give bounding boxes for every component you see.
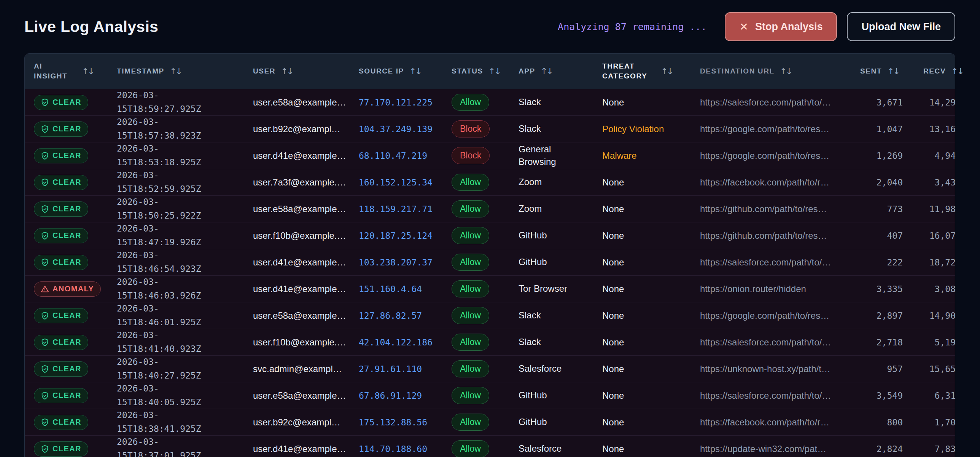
timestamp-cell: 2026-03-15T18:52:59.925Z — [112, 169, 245, 196]
stop-analysis-button[interactable]: ✕ Stop Analysis — [725, 12, 837, 41]
ai-insight-cell: CLEAR — [25, 148, 112, 163]
column-label: AI Insight — [34, 61, 76, 81]
ai-insight-badge: CLEAR — [34, 228, 88, 243]
column-header-status[interactable]: Status↑↓ — [450, 67, 510, 76]
column-header-timestamp[interactable]: Timestamp↑↓ — [112, 67, 245, 76]
user-cell: user.e58a@example… — [245, 310, 356, 321]
column-header-source_ip[interactable]: Source IP↑↓ — [356, 67, 450, 76]
table-row: CLEAR 2026-03-15T18:38:41.925Z user.b92c… — [25, 409, 955, 435]
ai-insight-cell: CLEAR — [25, 201, 112, 217]
sort-icon: ↑↓ — [170, 67, 181, 76]
status-cell: Allow — [450, 414, 510, 431]
source-ip-cell: 160.152.125.34 — [356, 177, 450, 187]
sent-cell: 3,671 — [852, 97, 909, 107]
column-label: Sent — [860, 67, 882, 75]
ai-insight-label: CLEAR — [52, 444, 81, 453]
status-pill: Allow — [452, 387, 489, 404]
source-ip-cell: 67.86.91.129 — [356, 391, 450, 401]
ai-insight-badge: ANOMALY — [34, 281, 101, 297]
ai-insight-label: CLEAR — [52, 311, 81, 320]
status-cell: Allow — [450, 440, 510, 457]
sent-cell: 407 — [852, 231, 909, 241]
sent-cell: 2,824 — [852, 444, 909, 454]
user-cell: user.d41e@example… — [245, 444, 356, 454]
threat-category-cell: None — [595, 444, 697, 454]
threat-category-cell: None — [595, 337, 697, 348]
ai-insight-badge: CLEAR — [34, 95, 88, 110]
source-ip-cell: 27.91.61.110 — [356, 364, 450, 374]
column-label: Threat Category — [602, 61, 655, 81]
user-cell: user.d41e@example… — [245, 150, 356, 161]
column-header-threat[interactable]: Threat Category↑↓ — [595, 61, 697, 81]
destination-url-cell: https://facebook.com/path/to/r… — [697, 417, 852, 428]
user-cell: user.d41e@example… — [245, 284, 356, 294]
upload-new-file-button[interactable]: Upload New File — [847, 12, 955, 41]
table-row: CLEAR 2026-03-15T18:46:54.923Z user.d41e… — [25, 249, 955, 275]
destination-url-cell: https://github.com/path/to/res… — [697, 230, 852, 241]
warning-triangle-icon — [41, 285, 49, 293]
user-cell: user.f10b@example.… — [245, 337, 356, 348]
destination-url-cell: https://salesforce.com/path/to/… — [697, 257, 852, 268]
user-cell: user.7a3f@example.… — [245, 177, 356, 188]
destination-url-cell: https://salesforce.com/path/to/… — [697, 337, 852, 348]
ai-insight-badge: CLEAR — [34, 388, 88, 403]
sent-cell: 2,040 — [852, 177, 909, 187]
user-cell: svc.admin@exampl… — [245, 364, 356, 374]
ai-insight-label: CLEAR — [52, 391, 81, 400]
user-cell: user.e58a@example… — [245, 390, 356, 401]
timestamp-cell: 2026-03-15T18:46:03.926Z — [112, 275, 245, 302]
table-row: CLEAR 2026-03-15T18:37:01.925Z user.d41e… — [25, 435, 955, 457]
ai-insight-label: CLEAR — [52, 258, 81, 267]
sort-icon: ↑↓ — [661, 67, 673, 76]
status-pill: Allow — [452, 174, 489, 191]
table-row: CLEAR 2026-03-15T18:57:38.923Z user.b92c… — [25, 115, 955, 142]
analysis-status-text: Analyzing 87 remaining ... — [558, 21, 706, 32]
ai-insight-cell: CLEAR — [25, 335, 112, 350]
column-header-recv[interactable]: Recv↑↓ — [909, 67, 956, 76]
app-cell: General Browsing — [510, 143, 595, 168]
source-ip-cell: 175.132.88.56 — [356, 417, 450, 427]
column-header-sent[interactable]: Sent↑↓ — [852, 67, 909, 76]
ai-insight-label: CLEAR — [52, 364, 81, 373]
shield-check-icon — [41, 152, 49, 160]
status-cell: Block — [450, 120, 510, 137]
recv-cell: 18,72 — [909, 257, 956, 267]
ai-insight-label: CLEAR — [52, 205, 81, 213]
timestamp-cell: 2026-03-15T18:38:41.925Z — [112, 409, 245, 436]
table-row: CLEAR 2026-03-15T18:41:40.923Z user.f10b… — [25, 329, 955, 355]
sort-icon: ↑↓ — [780, 67, 792, 76]
column-label: Timestamp — [117, 67, 164, 75]
column-header-url[interactable]: Destination URL↑↓ — [697, 67, 852, 76]
status-pill: Allow — [452, 307, 489, 324]
app-cell: GitHub — [510, 256, 595, 268]
column-header-user[interactable]: User↑↓ — [245, 67, 356, 76]
user-cell: user.e58a@example… — [245, 97, 356, 108]
timestamp-cell: 2026-03-15T18:40:05.925Z — [112, 382, 245, 409]
threat-category-cell: None — [595, 97, 697, 108]
timestamp-cell: 2026-03-15T18:37:01.925Z — [112, 435, 245, 457]
status-pill: Allow — [452, 360, 489, 377]
user-cell: user.f10b@example.… — [245, 230, 356, 241]
source-ip-cell: 103.238.207.37 — [356, 257, 450, 267]
app-cell: Slack — [510, 96, 595, 108]
table-body: CLEAR 2026-03-15T18:59:27.925Z user.e58a… — [25, 89, 955, 457]
ai-insight-label: CLEAR — [52, 418, 81, 427]
app-cell: GitHub — [510, 229, 595, 241]
table-row: CLEAR 2026-03-15T18:40:05.925Z user.e58a… — [25, 382, 955, 409]
recv-cell: 4,94 — [909, 151, 956, 161]
shield-check-icon — [41, 365, 49, 373]
source-ip-cell: 68.110.47.219 — [356, 151, 450, 161]
ai-insight-badge: CLEAR — [34, 361, 88, 377]
shield-check-icon — [41, 205, 49, 213]
ai-insight-cell: CLEAR — [25, 228, 112, 243]
app-cell: Tor Browser — [510, 283, 595, 295]
destination-url-cell: https://google.com/path/to/res… — [697, 310, 852, 321]
ai-insight-cell: CLEAR — [25, 121, 112, 137]
app-cell: Salesforce — [510, 363, 595, 375]
column-label: Status — [452, 67, 483, 75]
app-cell: Zoom — [510, 176, 595, 188]
column-header-insight[interactable]: AI Insight↑↓ — [25, 61, 112, 81]
column-header-app[interactable]: App↑↓ — [510, 66, 595, 77]
status-cell: Allow — [450, 254, 510, 271]
shield-check-icon — [41, 338, 49, 347]
